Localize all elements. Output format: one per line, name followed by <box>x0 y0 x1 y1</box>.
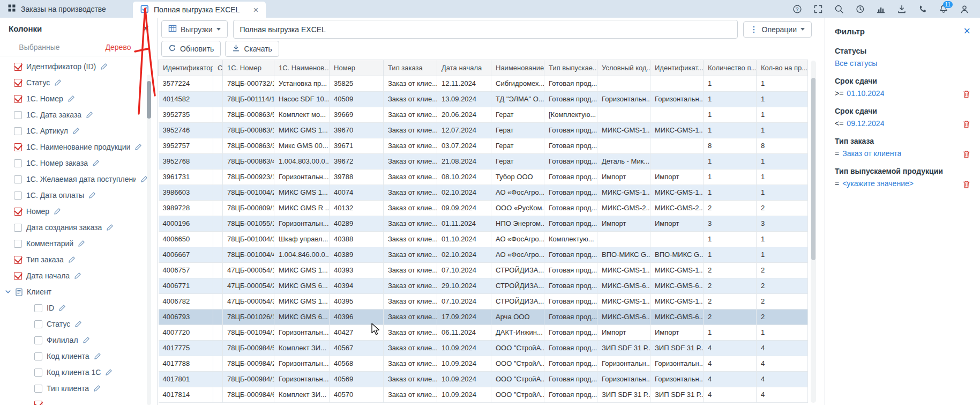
sidebar-scrollbar[interactable] <box>147 75 151 405</box>
column-checkbox[interactable] <box>34 401 42 405</box>
trash-icon[interactable] <box>962 180 970 189</box>
phone-icon[interactable] <box>918 4 927 14</box>
refresh-button[interactable]: Обновить <box>161 41 221 57</box>
table-scrollbar[interactable] <box>811 61 816 403</box>
column-item[interactable] <box>0 396 158 405</box>
table-row[interactable]: 395273578ЦБ-000863/5Комплект мо...39669З… <box>159 107 808 123</box>
column-item[interactable]: Идентификатор (ID) <box>0 58 158 75</box>
close-filter-icon[interactable]: × <box>963 25 970 37</box>
table-row[interactable]: 401780178ЦБ-000984/1Горизонтальн...40569… <box>159 372 808 387</box>
table-row[interactable]: 400665078ЦБ-001004/3Шкаф управл...40388З… <box>159 232 808 247</box>
column-item[interactable]: Филилал <box>0 332 158 348</box>
table-row[interactable]: 395274678ЦБ-000863/1МИКС GMS 1...39670За… <box>159 123 808 138</box>
edit-pencil-icon[interactable] <box>134 143 142 151</box>
column-group-item[interactable]: Клиент <box>0 284 158 300</box>
search-icon[interactable] <box>834 4 844 14</box>
edit-pencil-icon[interactable] <box>72 127 80 135</box>
trash-icon[interactable] <box>962 90 970 99</box>
stats-icon[interactable] <box>876 4 886 14</box>
table-row[interactable]: 400679378ЦБ-001026/1МИКС GMS 6...40396За… <box>159 310 808 325</box>
column-item[interactable]: Код клиента <box>0 348 158 364</box>
column-item[interactable]: 1С. Желаемая дата поступления <box>0 171 158 187</box>
edit-pencil-icon[interactable] <box>68 95 75 102</box>
column-checkbox[interactable] <box>34 320 42 328</box>
table-row[interactable]: 400019678ЦБ-001055/1Горизонтальн...40289… <box>159 216 808 232</box>
tab-selected-columns[interactable]: Выбранные <box>0 39 79 56</box>
filter-value-link[interactable]: 09.12.2024 <box>847 119 884 128</box>
column-checkbox[interactable] <box>14 79 22 87</box>
table-row[interactable]: 400666778ЦБ-001004/41.004.846.00.0...403… <box>159 247 808 263</box>
column-checkbox[interactable] <box>14 143 22 151</box>
column-item[interactable]: ID <box>0 300 158 316</box>
column-item[interactable]: Номер <box>0 203 158 219</box>
column-checkbox[interactable] <box>14 111 22 119</box>
table-row[interactable]: 400678247ЦБ-000054/3МИКС GMS 1...40395За… <box>159 294 808 310</box>
edit-pencil-icon[interactable] <box>54 208 61 215</box>
column-header[interactable]: Тип заказа <box>384 60 437 76</box>
help-icon[interactable]: ? <box>792 4 802 14</box>
column-item[interactable]: Тип клиента <box>0 380 158 396</box>
column-checkbox[interactable] <box>14 159 22 167</box>
column-item[interactable]: Тип заказа <box>0 252 158 268</box>
edit-pencil-icon[interactable] <box>94 352 101 360</box>
tab-tree[interactable]: Дерево <box>79 39 158 56</box>
exports-dropdown-button[interactable]: Выгрузки <box>161 20 228 38</box>
column-item[interactable]: Код клиента 1С <box>0 364 158 380</box>
table-row[interactable]: 357722478ЦБ-000732/1Установка пр...35825… <box>159 76 808 92</box>
filter-value-link[interactable]: Заказ от клиента <box>842 149 901 158</box>
edit-pencil-icon[interactable] <box>106 224 114 231</box>
edit-pencil-icon[interactable] <box>100 63 108 70</box>
column-checkbox[interactable] <box>14 175 22 183</box>
table-row[interactable]: 401458278ЦБ-001114/1Насос SDF 10...40509… <box>159 92 808 107</box>
chevron-down-icon[interactable] <box>5 289 11 295</box>
filter-value-link[interactable]: <укажите значение> <box>842 179 914 188</box>
column-item[interactable]: Комментарий <box>0 235 158 252</box>
operations-dropdown-button[interactable]: ⋮ Операции <box>743 21 812 38</box>
filter-value-link[interactable]: Все статусы <box>835 59 877 68</box>
fullscreen-icon[interactable] <box>813 4 823 14</box>
export-icon[interactable] <box>897 4 907 14</box>
sidebar-scrollbar-thumb[interactable] <box>147 81 151 119</box>
table-row[interactable]: 401778878ЦБ-000984/2Горизонтальн...40568… <box>159 356 808 372</box>
column-header[interactable]: Тип выпускае... <box>544 60 597 76</box>
column-header[interactable]: Идентификат... <box>650 60 704 76</box>
column-item[interactable]: Статус <box>0 316 158 332</box>
column-checkbox[interactable] <box>34 352 42 360</box>
edit-pencil-icon[interactable] <box>92 159 100 167</box>
edit-pencil-icon[interactable] <box>78 240 85 247</box>
edit-pencil-icon[interactable] <box>86 111 93 119</box>
column-header[interactable]: Условный код... <box>597 60 650 76</box>
column-item[interactable]: Статус <box>0 75 158 91</box>
table-scrollbar-thumb[interactable] <box>811 78 816 260</box>
column-header[interactable]: Наименование <box>491 60 544 76</box>
column-header[interactable]: Идентификатор <box>159 60 213 76</box>
close-tab-icon[interactable]: × <box>253 5 258 14</box>
edit-pencil-icon[interactable] <box>88 192 96 199</box>
column-item[interactable]: Дата начала <box>0 268 158 284</box>
export-name-input[interactable] <box>233 20 738 39</box>
column-checkbox[interactable] <box>14 95 22 103</box>
column-item[interactable]: 1С. Номер заказа <box>0 155 158 171</box>
column-item[interactable]: 1С. Номер <box>0 91 158 107</box>
table-row[interactable]: 400675747ЦБ-000054/1МИКС GMS 1...40393За… <box>159 263 808 278</box>
column-checkbox[interactable] <box>34 336 42 344</box>
column-header[interactable]: С <box>213 60 223 76</box>
table-row[interactable]: 400677147ЦБ-000054/2МИКС GMS 6...40394За… <box>159 278 808 294</box>
column-checkbox[interactable] <box>14 256 22 264</box>
column-item[interactable]: 1С. Артикул <box>0 123 158 139</box>
column-item[interactable]: 1С. Дата заказа <box>0 107 158 123</box>
edit-pencil-icon[interactable] <box>105 369 113 376</box>
table-row[interactable]: 395275778ЦБ-000863/3Микс GMS 00...39671З… <box>159 138 808 154</box>
table-row[interactable]: 398660378ЦБ-001004/2МИКС GMS 1...40074За… <box>159 185 808 201</box>
table-row[interactable]: 396173178ЦБ-000923/1Горизонтальн...39788… <box>159 170 808 185</box>
column-header[interactable]: Номер <box>330 60 384 76</box>
column-item[interactable]: 1С. Наименование продукции <box>0 139 158 155</box>
download-button[interactable]: Скачать <box>225 41 279 57</box>
column-header[interactable]: Дата начала <box>437 60 491 76</box>
column-checkbox[interactable] <box>14 272 22 280</box>
trash-icon[interactable] <box>962 120 970 129</box>
trash-icon[interactable] <box>962 150 970 159</box>
edit-pencil-icon[interactable] <box>74 272 81 279</box>
table-row[interactable]: 400772078ЦБ-001094/1Горизонтальн...40427… <box>159 325 808 341</box>
edit-pencil-icon[interactable] <box>54 79 62 86</box>
